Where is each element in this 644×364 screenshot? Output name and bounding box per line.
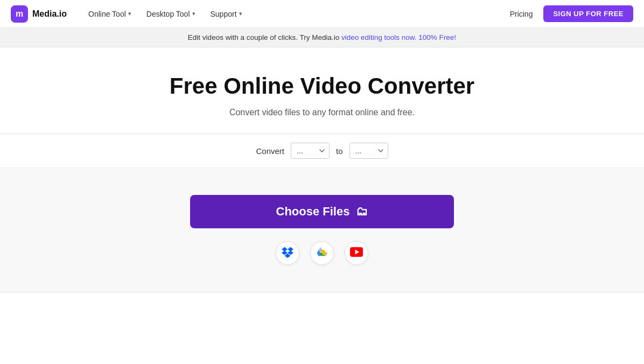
nav-items: Online Tool ▾ Desktop Tool ▾ Support ▾ (82, 6, 510, 22)
nav-desktop-tool[interactable]: Desktop Tool ▾ (140, 6, 202, 22)
chevron-down-icon: ▾ (128, 10, 131, 17)
hero-subtitle: Convert video files to any format online… (11, 108, 633, 117)
choose-files-label: Choose Files (276, 205, 350, 219)
logo[interactable]: m Media.io (11, 5, 67, 23)
youtube-button[interactable] (345, 241, 368, 265)
promo-banner: Edit videos with a couple of clicks. Try… (0, 28, 644, 47)
youtube-icon (350, 247, 363, 260)
logo-text: Media.io (32, 9, 67, 19)
chevron-down-icon: ▾ (192, 10, 195, 17)
logo-icon: m (11, 5, 28, 23)
nav-online-tool[interactable]: Online Tool ▾ (82, 6, 138, 22)
convert-bar: Convert ... to ... (0, 134, 644, 168)
choose-files-button[interactable]: Choose Files 🗂 (190, 195, 454, 228)
from-format-select[interactable]: ... (291, 143, 330, 159)
converter-section: Convert ... to ... Choose Files 🗂 (0, 134, 644, 292)
chevron-down-icon: ▾ (239, 10, 242, 17)
drop-area: Choose Files 🗂 (0, 168, 644, 292)
to-format-select[interactable]: ... (349, 143, 388, 159)
hero-section: Free Online Video Converter Convert vide… (0, 47, 644, 134)
dropbox-button[interactable] (276, 241, 299, 265)
page-title: Free Online Video Converter (11, 73, 633, 99)
folder-icon: 🗂 (356, 205, 368, 219)
nav-support[interactable]: Support ▾ (204, 6, 249, 22)
google-drive-button[interactable] (310, 241, 334, 265)
cloud-source-icons (276, 241, 368, 265)
nav-right: Pricing SIGN UP FOR FREE (510, 5, 633, 22)
signup-button[interactable]: SIGN UP FOR FREE (543, 5, 633, 22)
google-drive-icon (316, 246, 328, 261)
navbar: m Media.io Online Tool ▾ Desktop Tool ▾ … (0, 0, 644, 28)
banner-link[interactable]: video editing tools now. 100% Free! (341, 33, 456, 41)
pricing-link[interactable]: Pricing (510, 10, 533, 18)
to-label: to (336, 146, 343, 156)
dropbox-icon (282, 246, 293, 261)
convert-label: Convert (256, 146, 284, 156)
